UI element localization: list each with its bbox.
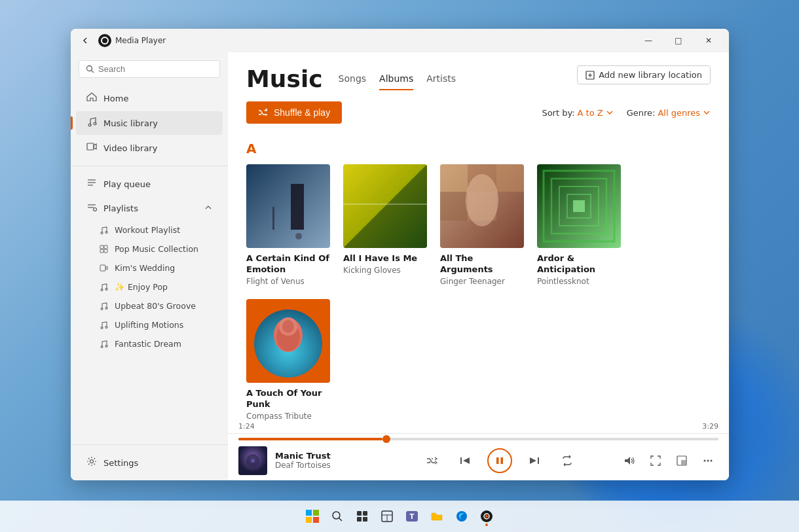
- playlist-label: Upbeat 80's Groove: [115, 301, 196, 311]
- playlists-icon: [86, 202, 97, 215]
- album-card[interactable]: All The Arguments Ginger Teenager: [440, 164, 524, 286]
- titlebar: Media Player — □ ✕: [71, 29, 729, 52]
- playlist-item-uplifting-motions[interactable]: Uplifting Motions: [76, 316, 223, 334]
- tab-artists[interactable]: Artists: [426, 73, 456, 90]
- taskbar-search[interactable]: [325, 505, 349, 528]
- album-card[interactable]: A Certain Kind Of Emotion Flight of Venu…: [246, 164, 330, 286]
- sort-dropdown[interactable]: Sort by: A to Z: [542, 108, 613, 118]
- playlist-label: Kim's Wedding: [115, 263, 175, 273]
- svg-point-29: [94, 208, 97, 211]
- album-card[interactable]: All I Have Is Me Kicking Gloves: [343, 164, 427, 286]
- svg-rect-51: [291, 184, 304, 230]
- close-button[interactable]: ✕: [694, 29, 724, 52]
- playlist-item-enjoy-pop[interactable]: ✨ Enjoy Pop: [76, 278, 223, 296]
- svg-rect-33: [100, 245, 103, 249]
- content-area: Music Songs Albums Artists: [228, 52, 729, 480]
- albums-row-a: A Certain Kind Of Emotion Flight of Venu…: [246, 164, 711, 421]
- svg-point-63: [466, 174, 498, 226]
- svg-rect-35: [100, 249, 103, 253]
- repeat-button[interactable]: [557, 450, 578, 471]
- svg-point-19: [87, 66, 92, 71]
- svg-rect-6: [357, 511, 362, 516]
- album-artist: Kicking Gloves: [343, 266, 427, 275]
- playlist-label: ✨ Enjoy Pop: [115, 282, 168, 292]
- playlist-music2-icon: [100, 302, 108, 310]
- now-playing-title: Manic Trust: [275, 451, 380, 461]
- album-title: Ardor & Anticipation: [537, 253, 621, 275]
- progress-thumb: [382, 435, 390, 443]
- svg-rect-97: [681, 460, 686, 465]
- more-options-button[interactable]: [697, 450, 718, 471]
- maximize-button[interactable]: □: [663, 29, 694, 52]
- sidebar-item-play-queue[interactable]: Play queue: [76, 172, 223, 196]
- taskbar-media[interactable]: [475, 505, 498, 528]
- next-button[interactable]: [524, 450, 545, 471]
- playlist-label: Pop Music Collection: [115, 244, 198, 254]
- svg-rect-52: [272, 207, 274, 230]
- playlist-label: Uplifting Motions: [115, 320, 183, 330]
- settings-label: Settings: [103, 458, 138, 468]
- svg-point-53: [295, 233, 302, 239]
- search-box[interactable]: [79, 60, 220, 78]
- now-playing-bar: 1:24 3:29: [228, 433, 729, 480]
- section-a: A: [246, 141, 711, 156]
- album-art: [537, 164, 621, 248]
- playlist-item-workout[interactable]: Workout Playlist: [76, 221, 223, 239]
- svg-rect-56: [343, 204, 427, 205]
- svg-marker-94: [530, 457, 536, 464]
- playlist-item-kims-wedding[interactable]: Kim's Wedding: [76, 259, 223, 277]
- tab-albums[interactable]: Albums: [379, 73, 413, 90]
- taskbar-teams[interactable]: T: [400, 505, 424, 528]
- sidebar-item-home[interactable]: Home: [76, 86, 223, 110]
- volume-button[interactable]: [619, 450, 640, 471]
- minimize-button[interactable]: —: [633, 29, 663, 52]
- svg-line-5: [339, 518, 343, 522]
- back-button[interactable]: [76, 31, 94, 50]
- svg-rect-8: [357, 517, 362, 522]
- search-input[interactable]: [98, 64, 213, 74]
- sidebar-item-settings[interactable]: Settings: [76, 451, 223, 474]
- player-controls: [388, 448, 611, 473]
- right-controls: [619, 450, 718, 471]
- svg-rect-50: [246, 164, 330, 248]
- album-art: [246, 164, 330, 248]
- taskbar-edge[interactable]: [450, 505, 474, 528]
- album-art-svg: [246, 299, 330, 383]
- sidebar-item-music-library[interactable]: Music library: [76, 111, 223, 135]
- playlist-item-pop-music[interactable]: Pop Music Collection: [76, 240, 223, 258]
- genre-dropdown[interactable]: Genre: All genres: [627, 108, 711, 118]
- tab-songs[interactable]: Songs: [339, 73, 367, 90]
- home-icon: [86, 92, 97, 105]
- previous-button[interactable]: [455, 450, 475, 471]
- playlist-music4-icon: [100, 340, 108, 348]
- svg-point-98: [704, 459, 706, 461]
- taskbar-explorer[interactable]: [425, 505, 449, 528]
- search-icon: [86, 65, 94, 73]
- taskbar-start[interactable]: [301, 505, 324, 528]
- album-title: All I Have Is Me: [343, 253, 427, 264]
- taskbar-taskview[interactable]: [350, 505, 374, 528]
- window-title: Media Player: [115, 36, 633, 45]
- album-art-svg: [440, 164, 524, 248]
- album-card[interactable]: Ardor & Anticipation Pointlessknot: [537, 164, 621, 286]
- add-library-button[interactable]: Add new library location: [577, 65, 711, 84]
- shuffle-control-button[interactable]: [422, 450, 443, 471]
- miniplayer-button[interactable]: [671, 450, 692, 471]
- svg-rect-1: [313, 510, 319, 516]
- svg-rect-60: [496, 164, 524, 192]
- main-area: Home Music library: [71, 52, 729, 480]
- sidebar-item-video-library[interactable]: Video library: [76, 136, 223, 160]
- media-player-window: Media Player — □ ✕: [71, 29, 729, 480]
- playlist-item-upbeat-80s[interactable]: Upbeat 80's Groove: [76, 297, 223, 315]
- fullscreen-button[interactable]: [645, 450, 666, 471]
- playlist-item-fantastic-dream[interactable]: Fantastic Dream: [76, 335, 223, 353]
- play-pause-button[interactable]: [487, 448, 512, 473]
- play-queue-label: Play queue: [103, 179, 151, 189]
- playlist-label: Workout Playlist: [115, 225, 180, 235]
- album-card[interactable]: A Touch Of Your Punk Compass Tribute: [246, 299, 330, 421]
- shuffle-button[interactable]: Shuffle & play: [246, 101, 342, 124]
- add-library-label: Add new library location: [599, 70, 702, 80]
- playlists-section[interactable]: Playlists: [76, 197, 223, 220]
- progress-bar[interactable]: [238, 438, 718, 440]
- taskbar-widgets[interactable]: [375, 505, 399, 528]
